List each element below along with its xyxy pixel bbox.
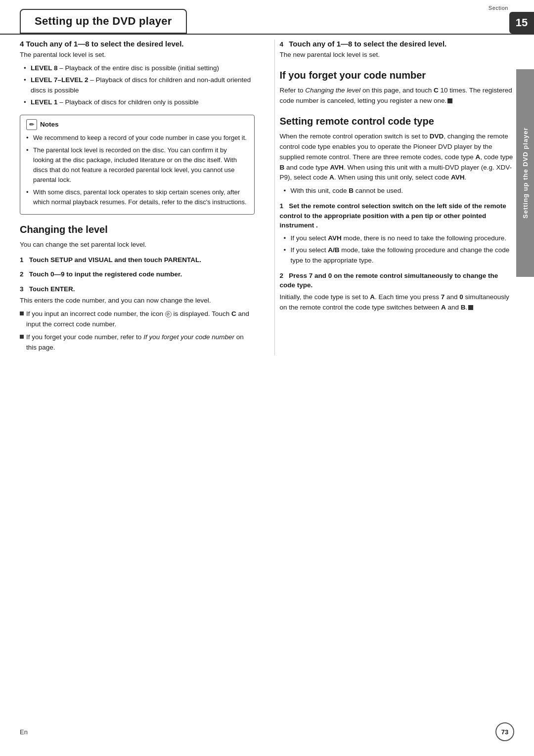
forget-text: Refer to Changing the level on this page… [280,86,515,106]
sq-bullet-1 [20,311,24,315]
remote-text-block: When the remote control operation switch… [280,132,515,183]
left-step3-heading: 3 Touch ENTER. [20,284,255,294]
left-step3-text1: This enters the code number, and you can… [20,296,255,306]
remote-step1-heading: 1 Set the remote control selection switc… [280,201,515,230]
remote-step1-bullets: If you select AVH mode, there is no need… [284,233,515,266]
sq-bullet-2 [20,335,24,339]
page-container: Setting up the DVD player Section 15 Set… [0,0,534,756]
left-step3-note2: If you forget your code number, refer to… [20,332,255,353]
left-column: 4 Touch any of 1—8 to select the desired… [20,40,260,356]
left-step2-heading: 2 Touch 0—9 to input the registered code… [20,269,255,279]
left-step3-note1: If you input an incorrect code number, t… [20,309,255,330]
content-area: 4 Touch any of 1—8 to select the desired… [0,40,534,370]
stop-symbol-2 [468,305,473,310]
page-title: Setting up the DVD player [20,9,187,34]
stop-symbol-1 [447,98,452,103]
notes-box: ✏ Notes We recommend to keep a record of… [20,115,255,215]
right-column: 4 Touch any of 1—8 to select the desired… [274,40,515,356]
changing-sub: You can change the set parental lock lev… [20,240,255,250]
section-number: 15 [509,12,534,34]
notes-title: ✏ Notes [26,119,248,130]
changing-heading: Changing the level [20,223,255,236]
remote-step2-text: Initially, the code type is set to A. Ea… [280,292,515,313]
header-bar: Setting up the DVD player Section 15 [0,0,534,35]
footer-page: 73 [495,722,514,741]
footer: En 73 [0,722,534,741]
forget-heading: If you forget your code number [280,69,515,82]
level-item-1: LEVEL 8 – Playback of the entire disc is… [24,63,255,74]
level-item-2: LEVEL 7–LEVEL 2 – Playback of discs for … [24,75,255,96]
levels-list: LEVEL 8 – Playback of the entire disc is… [24,63,255,108]
note-item-3: With some discs, parental lock operates … [26,187,248,207]
remote-step1-bullet-1: If you select AVH mode, there is no need… [284,233,515,244]
notes-list: We recommend to keep a record of your co… [26,133,248,208]
section-badge-area: Section 15 [489,0,534,34]
right-step4-heading: 4 Touch any of 1—8 to select the desired… [280,40,515,48]
left-step4-text: The parental lock level is set. [20,50,255,60]
left-step4-heading: 4 Touch any of 1—8 to select the desired… [20,40,255,48]
notes-icon: ✏ [26,119,37,130]
remote-step2-heading: 2 Press 7 and 0 on the remote control si… [280,271,515,290]
side-label: Setting up the DVD player [516,69,534,277]
note-item-1: We recommend to keep a record of your co… [26,133,248,143]
level-item-3: LEVEL 1 – Playback of discs for children… [24,97,255,108]
remote-step1-bullet-2: If you select A/B mode, take the followi… [284,245,515,266]
footer-lang: En [20,728,28,736]
section-label: Section [489,5,508,11]
remote-heading: Setting remote control code type [280,115,515,128]
remote-bullet-list: With this unit, code B cannot be used. [284,186,515,196]
note-item-2: The parental lock level is recorded on t… [26,145,248,185]
remote-bullet-1: With this unit, code B cannot be used. [284,186,515,196]
left-step1-heading: 1 Touch SETUP and VISUAL and then touch … [20,255,255,265]
right-step4-text: The new parental lock level is set. [280,50,515,60]
